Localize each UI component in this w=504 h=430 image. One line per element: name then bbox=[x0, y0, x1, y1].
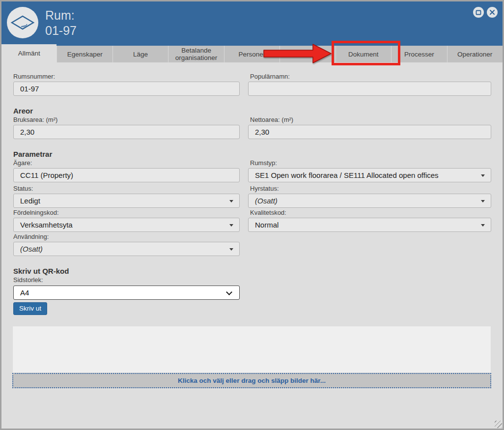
tab-egenskaper[interactable]: Egenskaper bbox=[56, 46, 112, 62]
close-icon bbox=[489, 9, 495, 15]
parametrar-heading: Parametrar bbox=[13, 150, 52, 158]
sidstorlek-label: Sidstorlek: bbox=[13, 276, 43, 284]
nettoarea-input[interactable]: 2,30 bbox=[248, 125, 491, 139]
chevron-down-icon bbox=[229, 248, 233, 251]
hyrstatus-value: (Osatt) bbox=[255, 197, 278, 205]
tab-personer[interactable]: Personer bbox=[224, 46, 280, 62]
dialog-header: Rum: 01-97 bbox=[1, 1, 503, 43]
anvandning-value: (Osatt) bbox=[20, 245, 43, 253]
sidstorlek-select[interactable]: A4 bbox=[13, 286, 240, 300]
chevron-down-icon bbox=[481, 174, 485, 177]
agare-label: Ägare: bbox=[13, 159, 32, 167]
chevron-down-icon bbox=[481, 200, 485, 202]
chevron-down-icon bbox=[481, 224, 485, 227]
tab-hidden-by-arrow[interactable] bbox=[280, 46, 335, 62]
rumstyp-label: Rumstyp: bbox=[250, 159, 277, 167]
hyrstatus-label: Hyrstatus: bbox=[250, 185, 279, 192]
anvandning-select[interactable]: (Osatt) bbox=[13, 242, 240, 256]
status-label: Status: bbox=[13, 185, 33, 192]
areor-heading: Areor bbox=[13, 107, 33, 115]
qr-heading: Skriv ut QR-kod bbox=[13, 267, 69, 275]
rumsnummer-input[interactable]: 01-97 bbox=[13, 82, 240, 96]
maximize-button[interactable] bbox=[473, 7, 484, 18]
title-prefix: Rum: bbox=[45, 8, 77, 23]
nettoarea-label: Nettoarea: (m²) bbox=[250, 116, 293, 123]
fordelningskod-value: Verksamhetsyta bbox=[20, 221, 73, 229]
kvalitetskod-value: Normal bbox=[255, 221, 279, 229]
chevron-down-icon bbox=[229, 200, 233, 202]
title-room-number: 01-97 bbox=[45, 23, 77, 38]
room-avatar bbox=[7, 7, 38, 38]
close-button[interactable] bbox=[487, 7, 498, 18]
tab-operationer[interactable]: Operationer bbox=[447, 46, 503, 62]
tab-processer[interactable]: Processer bbox=[391, 46, 447, 62]
rumstyp-select[interactable]: SE1 Open work floorarea / SE111 Allocate… bbox=[248, 168, 491, 182]
resize-grip[interactable] bbox=[495, 421, 502, 428]
popularnamn-label: Populärnamn: bbox=[250, 73, 290, 80]
tab-allmant[interactable]: Allmänt bbox=[1, 44, 56, 62]
tab-content-allmant: Rumsnummer: 01-97 Populärnamn: Areor Bru… bbox=[1, 62, 503, 429]
tab-lage[interactable]: Läge bbox=[112, 46, 168, 62]
print-button[interactable]: Skriv ut bbox=[13, 302, 47, 315]
rumstyp-value: SE1 Open work floorarea / SE111 Allocate… bbox=[255, 171, 439, 179]
fordelningskod-label: Fördelningskod: bbox=[13, 209, 59, 216]
images-panel bbox=[12, 326, 491, 373]
room-diamond-icon bbox=[7, 7, 38, 38]
tab-bar: Allmänt Egenskaper Läge Betalande organi… bbox=[1, 43, 503, 62]
chevron-down-icon bbox=[226, 289, 232, 295]
tab-dokument[interactable]: Dokument bbox=[336, 46, 391, 62]
kvalitetskod-select[interactable]: Normal bbox=[248, 218, 491, 232]
anvandning-label: Användning: bbox=[13, 233, 49, 240]
status-select[interactable]: Ledigt bbox=[13, 194, 240, 208]
hyrstatus-select[interactable]: (Osatt) bbox=[248, 194, 491, 208]
agare-input[interactable]: CC11 (Property) bbox=[13, 168, 240, 182]
chevron-down-icon bbox=[229, 224, 233, 227]
page-title: Rum: 01-97 bbox=[45, 8, 77, 38]
status-value: Ledigt bbox=[20, 197, 40, 205]
popularnamn-input[interactable] bbox=[248, 82, 491, 96]
room-dialog-window: Rum: 01-97 Allmänt Egenskaper Läge Betal… bbox=[0, 0, 504, 430]
fordelningskod-select[interactable]: Verksamhetsyta bbox=[13, 218, 240, 232]
bruksarea-input[interactable]: 2,30 bbox=[13, 125, 240, 139]
sidstorlek-value: A4 bbox=[20, 288, 29, 297]
tab-betalande-organisationer[interactable]: Betalande organisationer bbox=[168, 46, 224, 62]
bruksarea-label: Bruksarea: (m²) bbox=[13, 116, 57, 123]
kvalitetskod-label: Kvalitetskod: bbox=[250, 209, 286, 216]
rumsnummer-label: Rumsnummer: bbox=[13, 73, 55, 80]
maximize-icon bbox=[476, 10, 481, 15]
image-dropzone[interactable]: Klicka och välj eller drag och släpp bil… bbox=[12, 373, 491, 388]
